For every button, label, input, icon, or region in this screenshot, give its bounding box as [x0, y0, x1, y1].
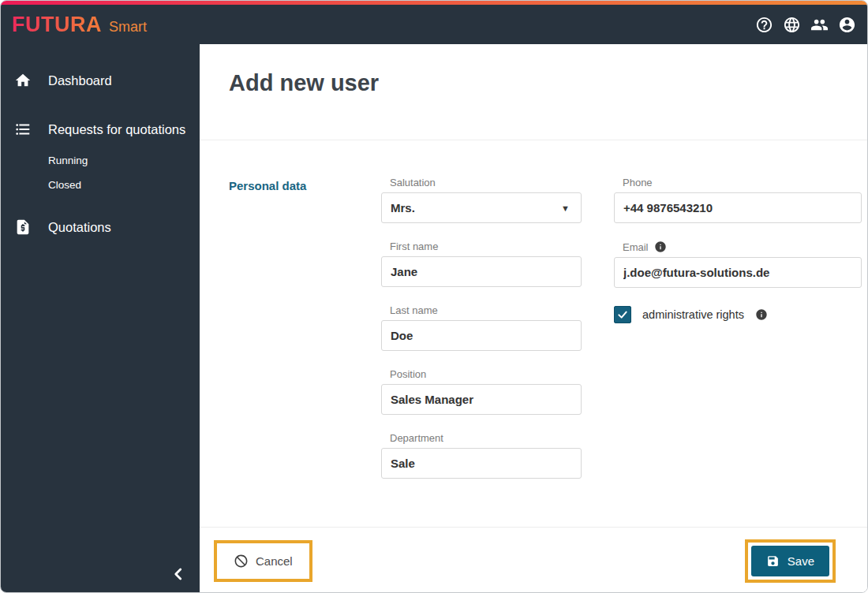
last-name-input[interactable] [381, 320, 582, 351]
email-label: Email [614, 241, 862, 253]
logo-secondary-text: Smart [109, 19, 147, 35]
quotation-receipt-icon [14, 218, 32, 236]
logo-primary-text: FUTURA [12, 13, 102, 37]
save-button-label: Save [788, 554, 814, 568]
save-icon [766, 554, 780, 568]
last-name-label: Last name [381, 304, 582, 316]
sidebar-item-label: Quotations [48, 220, 111, 235]
sidebar-item-label: Requests for quotations [48, 122, 185, 137]
account-icon[interactable] [837, 15, 856, 34]
personal-data-form: Personal data Salutation Mrs. ▼ First na… [200, 140, 867, 527]
main-content: Add new user Personal data Salutation Mr… [200, 44, 867, 593]
email-field-group: Email [614, 241, 862, 288]
info-icon[interactable] [755, 308, 768, 321]
admin-rights-label: administrative rights [642, 308, 744, 321]
salutation-field-group: Salutation Mrs. ▼ [381, 177, 582, 223]
admin-rights-checkbox[interactable] [614, 306, 631, 323]
sidebar-item-quotations[interactable]: Quotations [1, 208, 200, 246]
last-name-field-group: Last name [381, 304, 582, 351]
sidebar-item-dashboard[interactable]: Dashboard [1, 62, 200, 99]
phone-field-group: Phone [614, 177, 862, 223]
salutation-value: Mrs. [391, 201, 415, 214]
sidebar-item-label: Dashboard [48, 73, 112, 88]
check-icon [616, 308, 629, 321]
help-icon[interactable] [754, 15, 773, 34]
home-icon [14, 72, 32, 89]
salutation-label: Salutation [381, 177, 582, 188]
position-input[interactable] [381, 384, 582, 415]
sidebar-item-requests[interactable]: Requests for quotations [1, 110, 200, 148]
sidebar: Dashboard Requests for quotations Runnin… [1, 44, 200, 593]
cancel-highlight-annotation: Cancel [214, 540, 312, 582]
top-bar: FUTURA Smart [1, 5, 867, 44]
email-input[interactable] [614, 257, 862, 288]
page-title: Add new user [229, 70, 867, 96]
sidebar-item-closed[interactable]: Closed [1, 173, 200, 197]
admin-rights-row: administrative rights [614, 306, 862, 323]
save-button[interactable]: Save [751, 546, 829, 576]
phone-input[interactable] [614, 192, 862, 223]
form-footer: Cancel Save [200, 527, 867, 593]
sidebar-item-running[interactable]: Running [1, 148, 200, 173]
sidebar-collapse-button[interactable] [166, 562, 190, 586]
header-icon-group [754, 15, 856, 34]
save-highlight-annotation: Save [745, 539, 836, 583]
cancel-button[interactable]: Cancel [220, 546, 306, 576]
department-field-group: Department [381, 432, 582, 479]
users-group-icon[interactable] [810, 15, 829, 34]
first-name-label: First name [381, 241, 582, 252]
phone-label: Phone [614, 177, 862, 188]
app-logo[interactable]: FUTURA Smart [12, 13, 147, 37]
position-label: Position [381, 368, 582, 380]
salutation-select[interactable]: Mrs. ▼ [381, 192, 582, 223]
chevron-down-icon: ▼ [561, 203, 570, 213]
chevron-left-icon [168, 564, 189, 584]
department-label: Department [381, 432, 582, 444]
language-globe-icon[interactable] [782, 15, 801, 34]
cancel-button-label: Cancel [256, 554, 293, 568]
info-icon[interactable] [654, 241, 667, 253]
first-name-input[interactable] [381, 256, 582, 287]
ban-icon [234, 554, 249, 569]
section-label-personal-data: Personal data [229, 179, 306, 192]
first-name-field-group: First name [381, 241, 582, 287]
list-icon [14, 121, 32, 138]
position-field-group: Position [381, 368, 582, 415]
department-input[interactable] [381, 448, 582, 479]
app-window: FUTURA Smart Dashboard [0, 0, 868, 593]
